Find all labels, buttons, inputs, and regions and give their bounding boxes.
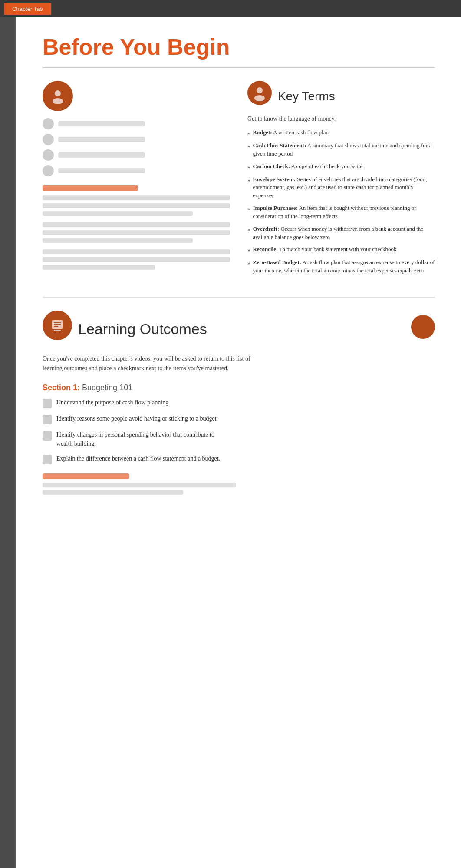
outcome-item: Understand the purpose of cash flow plan… [43, 398, 394, 408]
main-content: Before You Begin [16, 17, 461, 868]
term-bullet: » [247, 142, 250, 158]
blurred-line-6 [43, 238, 193, 243]
left-column [43, 81, 230, 279]
svg-rect-5 [54, 330, 61, 331]
term-item: » Envelope System: Series of envelopes t… [247, 176, 435, 200]
blurred-line-7 [43, 249, 230, 254]
outcome-text: Identify reasons some people avoid havin… [56, 414, 230, 423]
svg-point-2 [257, 87, 263, 93]
term-name: Carbon Check: [253, 163, 290, 169]
blurred-line-9 [43, 265, 155, 270]
outcome-text: Identify changes in personal spending be… [56, 431, 230, 448]
svg-point-1 [53, 98, 63, 104]
svg-point-3 [254, 95, 265, 101]
blurred-line-1 [43, 195, 230, 200]
term-name: Impulse Purchase: [253, 205, 298, 211]
outcome-item: Explain the difference between a cash fl… [43, 454, 394, 464]
blurred-line-4 [43, 222, 230, 227]
term-name: Budget: [253, 129, 272, 136]
term-content: Cash Flow Statement: A summary that show… [253, 142, 435, 158]
blurred-content-block [43, 185, 230, 270]
section-number: Section 1: [43, 383, 80, 392]
term-name: Overdraft: [253, 225, 280, 232]
learning-right-icon [411, 315, 435, 339]
page-title: Before You Begin [43, 35, 435, 60]
term-bullet: » [247, 163, 250, 171]
outcome-item: Identify reasons some people avoid havin… [43, 414, 394, 424]
top-navigation: Chapter Tab [0, 0, 461, 17]
learning-outcomes-header: Learning Outcomes [43, 311, 394, 347]
outcome-checkbox[interactable] [43, 415, 52, 424]
learning-outcomes-icon [43, 311, 72, 340]
term-name: Reconcile: [253, 246, 278, 252]
svg-point-0 [55, 90, 61, 96]
term-item: » Zero-Based Budget: A cash flow plan th… [247, 258, 435, 275]
terms-list: » Budget: A written cash flow plan » Cas… [247, 129, 435, 275]
bottom-blurred-section [43, 473, 394, 495]
outcome-text: Understand the purpose of cash flow plan… [56, 398, 230, 407]
outcome-checkbox[interactable] [43, 399, 52, 408]
bottom-blurred-heading [43, 473, 129, 479]
outcome-text: Explain the difference between a cash fl… [56, 454, 230, 463]
term-content: Carbon Check: A copy of each check you w… [253, 162, 435, 171]
term-bullet: » [247, 246, 250, 254]
key-terms-icon [247, 81, 272, 105]
blurred-line-5 [43, 230, 230, 235]
term-bullet: » [247, 176, 250, 200]
term-item: » Reconcile: To match your bank statemen… [247, 245, 435, 254]
section-divider [43, 297, 435, 298]
key-terms-header: Key Terms [247, 81, 435, 112]
term-name: Cash Flow Statement: [253, 142, 306, 149]
blurred-line-3 [43, 211, 193, 216]
term-bullet: » [247, 225, 250, 242]
term-bullet: » [247, 205, 250, 221]
blurred-line-8 [43, 257, 230, 262]
top-two-column: Key Terms Get to know the language of mo… [43, 81, 435, 279]
term-content: Overdraft: Occurs when money is withdraw… [253, 225, 435, 242]
small-icon-2 [43, 134, 54, 145]
key-terms-title: Key Terms [278, 89, 335, 103]
title-divider [43, 67, 435, 68]
term-content: Budget: A written cash flow plan [253, 129, 435, 137]
small-icon-row-3 [43, 149, 230, 161]
small-icon-row-2 [43, 134, 230, 145]
key-terms-subtitle: Get to know the language of money. [247, 116, 435, 123]
blurred-text-2 [58, 137, 145, 142]
nav-tab-label: Chapter Tab [12, 6, 43, 12]
term-content: Envelope System: Series of envelopes tha… [253, 176, 435, 200]
blurred-text-1 [58, 121, 145, 126]
term-definition: To match your bank statement with your c… [279, 246, 396, 252]
term-name: Envelope System: [253, 176, 296, 182]
blurred-line-2 [43, 203, 230, 208]
term-bullet: » [247, 259, 250, 275]
outcome-checkbox[interactable] [43, 455, 52, 464]
active-nav-tab[interactable]: Chapter Tab [4, 3, 51, 15]
term-definition: A written cash flow plan [273, 129, 329, 136]
term-content: Zero-Based Budget: A cash flow plan that… [253, 258, 435, 275]
small-icon-row-1 [43, 118, 230, 129]
term-item: » Cash Flow Statement: A summary that sh… [247, 142, 435, 158]
learning-outcomes-title: Learning Outcomes [78, 321, 207, 338]
bottom-blurred-line-2 [43, 490, 183, 495]
term-item: » Carbon Check: A copy of each check you… [247, 162, 435, 171]
outcome-checkbox[interactable] [43, 431, 52, 441]
section-name: Budgeting 101 [82, 383, 132, 392]
term-item: » Budget: A written cash flow plan [247, 129, 435, 137]
learning-outcomes-section: Learning Outcomes Once you've completed … [43, 311, 435, 497]
term-content: Impulse Purchase: An item that is bought… [253, 204, 435, 221]
bottom-blurred-line-1 [43, 483, 236, 487]
learning-right-icon-area [411, 311, 435, 497]
term-bullet: » [247, 129, 250, 137]
term-content: Reconcile: To match your bank statement … [253, 245, 435, 254]
blurred-text-3 [58, 152, 145, 158]
outcomes-list: Understand the purpose of cash flow plan… [43, 398, 394, 464]
term-definition: A copy of each check you write [291, 163, 363, 169]
right-column-key-terms: Key Terms Get to know the language of mo… [247, 81, 435, 279]
learning-intro-text: Once you've completed this chapter's vid… [43, 354, 260, 373]
section-1-label: Section 1: Budgeting 101 [43, 383, 394, 392]
left-sidebar [0, 17, 16, 868]
blurred-heading [43, 185, 138, 191]
outcome-item: Identify changes in personal spending be… [43, 431, 394, 448]
term-item: » Overdraft: Occurs when money is withdr… [247, 225, 435, 242]
small-icon-3 [43, 149, 54, 161]
